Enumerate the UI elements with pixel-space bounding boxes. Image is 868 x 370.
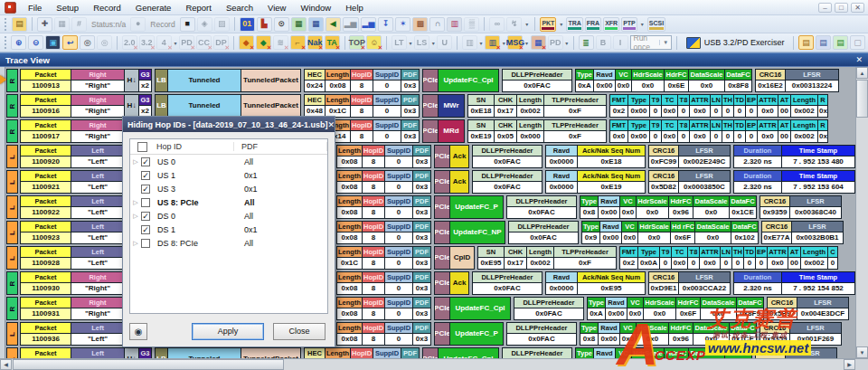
- hopid-cell[interactable]: HopID8: [362, 322, 385, 346]
- time-stamp-cell[interactable]: Time Stamp7 . 952 153 604: [781, 170, 855, 194]
- pcie-cell[interactable]: PCIe: [422, 119, 439, 143]
- ack-cell[interactable]: Ack: [449, 145, 469, 168]
- dllppreheader-cell[interactable]: DLLPPreHeader0x0FAC: [506, 195, 577, 219]
- pcie-cell[interactable]: PCIe: [422, 347, 439, 358]
- hec-cell[interactable]: HEC0x24: [304, 69, 326, 92]
- data-rate-icon[interactable]: ▂▅: [361, 17, 377, 32]
- h-cell[interactable]: H↓: [124, 347, 139, 358]
- type-cell[interactable]: Type0x8: [580, 195, 599, 219]
- datascale-cell[interactable]: DataScale0x0: [688, 69, 725, 92]
- left-cell[interactable]: Left"Left": [71, 170, 125, 194]
- updatefc-p-cell[interactable]: UpdateFC_P: [449, 322, 504, 346]
- packet-cell[interactable]: Packet1100916: [20, 94, 71, 118]
- type-cell[interactable]: Type0x00: [627, 94, 650, 118]
- length-cell[interactable]: Length: [325, 347, 351, 358]
- vc-cell[interactable]: VC0x0: [619, 322, 637, 346]
- trace-view-titlebar[interactable]: Trace View ✕: [0, 52, 868, 66]
- dllppreheader-cell[interactable]: DLLPPreHeader0x0FAC: [472, 170, 542, 194]
- datascale-cell[interactable]: DataScale0x0: [693, 195, 730, 219]
- pkt-view-button-dropdown-icon[interactable]: ▾: [558, 17, 564, 32]
- hdrfc-cell[interactable]: HdrFC: [664, 347, 689, 358]
- suppid-cell[interactable]: SuppID0: [384, 221, 413, 244]
- ack-cell[interactable]: Ack: [449, 170, 469, 194]
- packet-cell[interactable]: Packet1100928: [20, 246, 71, 270]
- tc-cell[interactable]: TC0x0: [661, 94, 678, 118]
- r-cell[interactable]: R0x: [817, 94, 828, 118]
- ravd-cell[interactable]: Ravd: [593, 347, 616, 358]
- hdrfc-cell[interactable]: HdrFC0x96: [668, 322, 693, 346]
- expander-icon[interactable]: ▷: [130, 213, 141, 220]
- hop-id-checkbox[interactable]: ✓: [141, 171, 150, 180]
- dllppreheader-cell[interactable]: DLLPPreHeader: [502, 347, 572, 358]
- chk-cell[interactable]: CHK0x05: [494, 119, 517, 143]
- t8-cell[interactable]: T80: [677, 119, 690, 143]
- tunneled-cell[interactable]: Tunneled: [167, 347, 241, 358]
- hop-id-row-us-8-pcie[interactable]: ▷US 8: PCIeAll: [130, 195, 327, 209]
- packet-row-1100913[interactable]: RPacket1100913Right"Right"H↓G3x2LBTunnel…: [6, 69, 855, 92]
- dialog-titlebar[interactable]: Hiding Hop IDs - [data-2019_07_10_13_46_…: [123, 117, 335, 132]
- duration-cell[interactable]: Duration2.320 ns: [733, 271, 782, 295]
- close-button[interactable]: Close: [273, 323, 326, 340]
- datascale-cell[interactable]: DataScale0x0: [700, 297, 737, 320]
- chk-cell[interactable]: CHK0x17: [504, 246, 527, 270]
- hdrscale-cell[interactable]: HdrScale0x0: [637, 221, 671, 244]
- tra-view-button[interactable]: TRA: [566, 17, 582, 32]
- hide-idle-button[interactable]: ☺: [366, 35, 382, 50]
- scroll-up-icon[interactable]: ▲: [856, 67, 868, 79]
- menu-view[interactable]: View: [260, 0, 293, 14]
- suppid-cell[interactable]: SuppID0: [373, 94, 401, 118]
- hide-m2-button[interactable]: ▥: [485, 35, 500, 50]
- t9-cell[interactable]: T90: [649, 94, 662, 118]
- find-button[interactable]: ◎: [80, 35, 95, 50]
- t8-cell[interactable]: T80: [677, 94, 690, 118]
- g3-cell[interactable]: G3: [138, 347, 152, 358]
- crc16-cell[interactable]: CRC160xFC99: [648, 145, 679, 168]
- trace-view-close-icon[interactable]: ✕: [855, 55, 863, 64]
- attr-cell[interactable]: ATTR0x0: [757, 119, 778, 143]
- pcie-cell[interactable]: PCIe: [422, 94, 439, 118]
- hopid-cell[interactable]: HopID8: [362, 221, 385, 244]
- menu-search[interactable]: Search: [219, 0, 260, 14]
- tunneledpacket-cell[interactable]: TunneledPacket: [241, 94, 301, 118]
- suppid-cell[interactable]: SuppID: [373, 347, 401, 358]
- length-cell[interactable]: Length0x002: [800, 246, 828, 270]
- minimize-button[interactable]: –: [818, 3, 832, 13]
- hdrscale-cell[interactable]: HdrScale0x0: [643, 297, 676, 320]
- length-cell[interactable]: Length0x000: [516, 119, 544, 143]
- hd-rfc-cell[interactable]: Hd rFC0x6F: [670, 221, 695, 244]
- time-stamp-cell[interactable]: Time Stamp7 . 952 154 852: [781, 271, 855, 295]
- spreadsheet-view-icon[interactable]: ▦: [291, 17, 307, 32]
- crc16-cell[interactable]: CRC160xE77A: [761, 221, 792, 244]
- hide-flow-control-button[interactable]: ⌐: [290, 35, 306, 50]
- lfsr-cell[interactable]: LFSR0x004E3DCF: [797, 297, 849, 320]
- pcie-cell[interactable]: PCIe: [434, 221, 450, 244]
- attr-cell[interactable]: ATTR0x0: [767, 246, 788, 270]
- pdf-column-header[interactable]: PDF: [234, 142, 327, 151]
- pdf-cell[interactable]: PDF0x3: [401, 119, 420, 143]
- tlppreheader-cell[interactable]: TLPPreHeader0xF: [543, 94, 607, 118]
- vc-cell[interactable]: VC0x0: [621, 221, 638, 244]
- hopid-cell[interactable]: HopID8: [362, 195, 385, 219]
- fmt-cell[interactable]: FMT0x0: [609, 119, 628, 143]
- crc16-cell[interactable]: CRC160x16E2: [755, 69, 786, 92]
- tunneledpacket-cell[interactable]: TunneledPacket: [241, 69, 301, 92]
- timer-icon[interactable]: ⊙: [274, 17, 289, 32]
- hec-cell[interactable]: HEC0x48: [304, 94, 326, 118]
- type-cell[interactable]: Type0x00: [627, 119, 650, 143]
- lfsr-cell[interactable]: LFSR0x0032B0B1: [791, 221, 844, 244]
- tunneledpacket-cell[interactable]: TunneledPacket: [241, 347, 301, 358]
- vertical-scroll-thumb[interactable]: [856, 80, 868, 118]
- suppid-cell[interactable]: SuppID0: [384, 195, 413, 219]
- tc-cell[interactable]: TC0x0: [671, 246, 688, 270]
- hide-msg-button[interactable]: MSG: [507, 35, 523, 50]
- datascale-cell[interactable]: DataScale: [688, 347, 725, 358]
- attr-cell[interactable]: ATTR0x0: [689, 94, 711, 118]
- step-icon[interactable]: ↧: [378, 17, 393, 32]
- hopid-cell[interactable]: HopID8: [362, 145, 385, 168]
- hop-id-checkbox[interactable]: ✓: [141, 212, 150, 221]
- hopid-cell[interactable]: HopID8: [362, 246, 385, 270]
- datafc-cell[interactable]: DataFC: [724, 347, 752, 358]
- pdf-cell[interactable]: PDF: [401, 347, 420, 358]
- th-cell[interactable]: TH0: [722, 94, 734, 118]
- view-format-4-button[interactable]: ▢: [850, 35, 865, 50]
